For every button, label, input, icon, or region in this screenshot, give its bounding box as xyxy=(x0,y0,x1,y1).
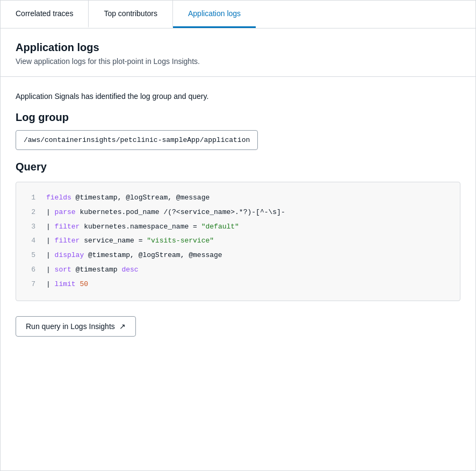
line-number-5: 5 xyxy=(25,250,35,261)
tab-bar: Correlated traces Top contributors Appli… xyxy=(1,1,475,28)
query-label: Query xyxy=(16,161,460,173)
log-group-value: /aws/containerinsights/petclinic-sampleA… xyxy=(16,130,258,150)
line-content-1: fields @timestamp, @logStream, @message xyxy=(46,192,210,204)
run-query-button[interactable]: Run query in Logs Insights ↗ xyxy=(16,316,136,337)
body-section: Application Signals has identified the l… xyxy=(1,77,475,352)
code-line-1: 1 fields @timestamp, @logStream, @messag… xyxy=(16,191,460,205)
line-content-4: | filter service_name = "visits-service" xyxy=(46,236,214,247)
header-section: Application logs View application logs f… xyxy=(1,28,475,77)
line-content-3: | filter kubernetes.namespace_name = "de… xyxy=(46,222,239,233)
page-subtitle: View application logs for this plot-poin… xyxy=(16,57,460,66)
line-content-5: | display @timestamp, @logStream, @messa… xyxy=(46,250,222,261)
code-line-2: 2 | parse kubernetes.pod_name /(?<servic… xyxy=(16,205,460,220)
line-number-6: 6 xyxy=(25,265,35,276)
line-number-4: 4 xyxy=(25,236,35,247)
log-group-label: Log group xyxy=(16,111,460,124)
line-number-1: 1 xyxy=(25,192,35,204)
code-line-7: 7 | limit 50 xyxy=(16,277,460,292)
code-line-3: 3 | filter kubernetes.namespace_name = "… xyxy=(16,220,460,234)
line-number-7: 7 xyxy=(25,279,35,290)
code-line-4: 4 | filter service_name = "visits-servic… xyxy=(16,234,460,248)
tab-top-contributors[interactable]: Top contributors xyxy=(89,1,173,28)
code-line-5: 5 | display @timestamp, @logStream, @mes… xyxy=(16,248,460,263)
content-area: Application logs View application logs f… xyxy=(1,28,475,352)
signals-identified-text: Application Signals has identified the l… xyxy=(16,92,460,101)
external-link-icon: ↗ xyxy=(119,322,126,331)
main-container: Correlated traces Top contributors Appli… xyxy=(0,0,476,471)
tab-application-logs[interactable]: Application logs xyxy=(173,1,256,28)
tab-correlated-traces[interactable]: Correlated traces xyxy=(1,1,89,28)
line-number-3: 3 xyxy=(25,222,35,233)
page-title: Application logs xyxy=(16,41,460,54)
run-query-label: Run query in Logs Insights xyxy=(26,322,115,331)
line-content-2: | parse kubernetes.pod_name /(?<service_… xyxy=(46,207,285,218)
line-number-2: 2 xyxy=(25,207,35,218)
query-code-block: 1 fields @timestamp, @logStream, @messag… xyxy=(16,182,460,301)
code-line-6: 6 | sort @timestamp desc xyxy=(16,263,460,277)
line-content-6: | sort @timestamp desc xyxy=(46,265,139,276)
line-content-7: | limit 50 xyxy=(46,279,88,290)
